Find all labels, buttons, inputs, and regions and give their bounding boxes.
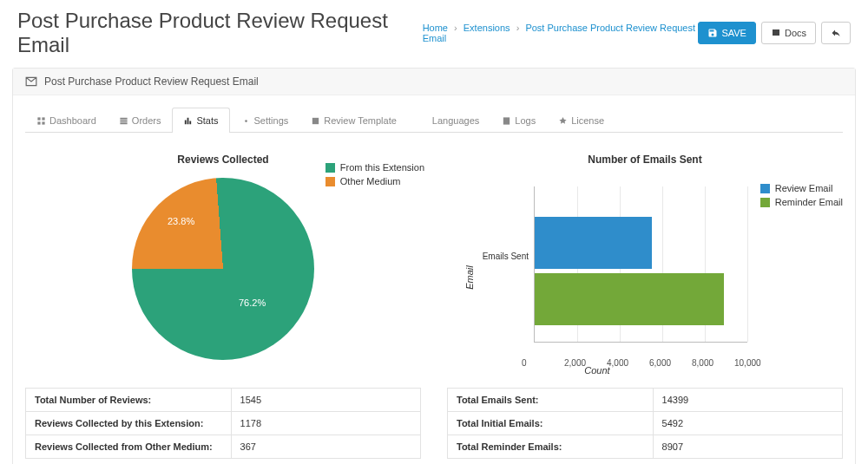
- table-row: Total Emails Sent:14399: [448, 389, 843, 412]
- table-row: Total Reminder Emails:8907: [448, 435, 843, 459]
- docs-button[interactable]: Docs: [761, 22, 816, 44]
- svg-rect-5: [312, 117, 319, 123]
- svg-rect-2: [37, 121, 40, 124]
- breadcrumb-home[interactable]: Home: [423, 23, 448, 33]
- table-row: Total Initial Emails:5492: [448, 412, 843, 435]
- panel-title-text: Post Purchase Product Review Request Ema…: [44, 75, 259, 88]
- bar-legend: Review Email Reminder Email: [760, 183, 843, 207]
- tab-logs[interactable]: Logs: [490, 108, 547, 133]
- breadcrumb-extensions[interactable]: Extensions: [464, 23, 510, 33]
- reply-icon: [831, 28, 841, 38]
- tab-languages[interactable]: Languages: [408, 108, 490, 133]
- bar-plot-area: [534, 186, 747, 343]
- bar-title: Number of Emails Sent: [447, 154, 843, 166]
- panel-heading: Post Purchase Product Review Request Ema…: [13, 69, 855, 95]
- save-label: SAVE: [721, 28, 746, 38]
- pie-label-other: 23.8%: [168, 216, 194, 226]
- table-row: Reviews Collected from Other Medium:367: [26, 435, 421, 459]
- docs-label: Docs: [785, 28, 806, 38]
- svg-rect-3: [42, 121, 44, 124]
- tab-license[interactable]: License: [547, 108, 615, 133]
- save-icon: [707, 28, 718, 38]
- svg-rect-0: [37, 117, 40, 120]
- legend-item: Reminder Email: [760, 197, 843, 207]
- table-row: Reviews Collected by this Extension:1178: [26, 412, 421, 435]
- y-category-label: Emails Sent: [477, 252, 529, 261]
- y-axis-title: Email: [464, 265, 475, 290]
- bar-reminder-email: [535, 273, 724, 325]
- table-row: Total Number of Reviews:1545: [26, 389, 421, 412]
- tab-stats[interactable]: Stats: [172, 108, 229, 133]
- bar-review-email: [535, 217, 652, 269]
- legend-item: From this Extension: [326, 162, 424, 173]
- tabs: Dashboard Orders Stats Settings Review T…: [25, 108, 843, 133]
- back-button[interactable]: [821, 22, 851, 44]
- legend-item: Review Email: [760, 183, 843, 193]
- svg-rect-1: [42, 117, 44, 120]
- pie-legend: From this Extension Other Medium: [326, 162, 424, 186]
- tab-review-template[interactable]: Review Template: [299, 108, 408, 133]
- svg-rect-6: [503, 117, 510, 124]
- breadcrumb: Home › Extensions › Post Purchase Produc…: [423, 23, 699, 43]
- legend-item: Other Medium: [326, 176, 424, 186]
- pie-label-extension: 76.2%: [239, 297, 266, 308]
- reviews-summary-table: Total Number of Reviews:1545 Reviews Col…: [25, 388, 421, 459]
- x-axis-title: Count: [447, 365, 747, 376]
- pie-graphic: [132, 178, 314, 360]
- tab-orders[interactable]: Orders: [108, 108, 173, 133]
- book-icon: [771, 28, 781, 38]
- save-button[interactable]: SAVE: [698, 22, 756, 44]
- envelope-icon: [25, 75, 37, 88]
- page-title: Post Purchase Product Review Request Ema…: [17, 9, 412, 57]
- emails-summary-table: Total Emails Sent:14399 Total Initial Em…: [447, 388, 843, 459]
- emails-bar-chart: Number of Emails Sent Email Emails Sent: [447, 154, 843, 377]
- svg-point-4: [245, 120, 247, 122]
- tab-dashboard[interactable]: Dashboard: [25, 108, 108, 133]
- tab-settings[interactable]: Settings: [230, 108, 300, 133]
- reviews-pie-chart: Reviews Collected 23.8% 76.2% From this …: [25, 154, 421, 377]
